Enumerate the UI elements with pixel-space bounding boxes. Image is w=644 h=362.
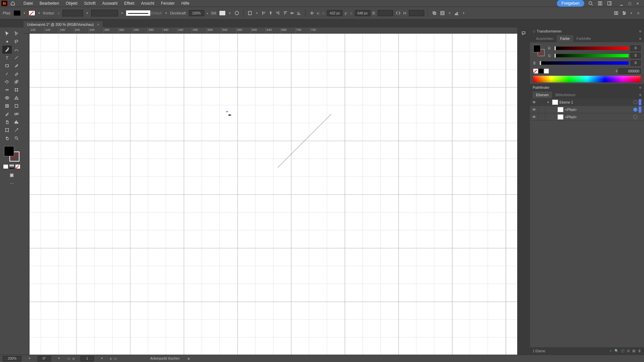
perspective-tool[interactable] <box>12 94 21 102</box>
clip-mask-icon[interactable]: ◰ <box>621 349 624 353</box>
search-layer-icon[interactable]: 🔍 <box>614 349 619 353</box>
direct-selection-tool[interactable] <box>12 29 21 38</box>
farbe-tab[interactable]: Farbe <box>557 35 573 42</box>
visibility-icon[interactable]: 👁 <box>530 99 539 106</box>
window-maximize-icon[interactable]: ▢ <box>627 1 633 6</box>
type-tool[interactable]: T <box>2 54 12 62</box>
r-input[interactable]: 0 <box>631 46 641 51</box>
layer-name[interactable]: Ebene 1 <box>559 100 632 104</box>
comments-panel-icon[interactable] <box>520 29 527 37</box>
last-artboard-icon[interactable]: ⏭ <box>114 357 117 360</box>
visibility-icon[interactable]: 👁 <box>530 106 539 113</box>
menu-effekt[interactable]: Effekt <box>121 0 137 6</box>
color-mode-color[interactable] <box>3 164 8 169</box>
menu-ansicht[interactable]: Ansicht <box>139 0 157 6</box>
width-tool[interactable] <box>2 86 12 94</box>
first-artboard-icon[interactable]: ⏮ <box>67 357 70 360</box>
panel-menu-icon[interactable]: ≡ <box>639 37 641 41</box>
width-input[interactable] <box>378 10 393 16</box>
hand-tool[interactable] <box>2 134 12 142</box>
menu-fenster[interactable]: Fenster <box>158 0 177 6</box>
kontur-width-input[interactable] <box>62 10 83 16</box>
menu-datei[interactable]: Datei <box>21 0 36 6</box>
layer-thumb[interactable] <box>557 107 564 112</box>
b-slider[interactable] <box>539 61 629 65</box>
x-input[interactable]: 432 px <box>327 10 342 16</box>
new-sublayer-icon[interactable]: ⊞ <box>627 349 630 353</box>
panel-menu-icon[interactable]: ≡ <box>639 93 641 97</box>
magic-wand-tool[interactable]: ✦ <box>2 38 12 46</box>
zoom-input[interactable]: 200% <box>3 356 21 361</box>
transform-tab[interactable]: Transformieren <box>537 29 561 33</box>
workspace-icon[interactable] <box>606 1 612 6</box>
align-bottom-icon[interactable] <box>296 10 302 16</box>
panel-menu-icon[interactable]: ≡ <box>639 85 641 89</box>
zoom-tool[interactable] <box>12 134 21 142</box>
align-right-icon[interactable] <box>274 10 280 16</box>
arrange-docs-icon[interactable] <box>597 1 603 6</box>
window-minimize-icon[interactable]: ▁ <box>619 1 625 6</box>
path-line[interactable] <box>278 114 331 168</box>
align-top-icon[interactable] <box>282 10 288 16</box>
status-play-icon[interactable]: ▶ <box>188 357 191 360</box>
hex-input[interactable] <box>619 68 641 74</box>
pathfinder-panel-header[interactable]: Pathfinder ≡ <box>530 84 644 91</box>
close-icon[interactable]: × <box>97 22 99 26</box>
lock-cell[interactable] <box>539 106 545 113</box>
var-width-input[interactable] <box>91 10 118 16</box>
g-slider[interactable] <box>554 54 629 57</box>
eyedropper-tool[interactable] <box>2 110 12 118</box>
shape-builder-tool[interactable] <box>2 94 12 102</box>
next-artboard-icon[interactable]: ▶ <box>110 357 113 360</box>
recolor-icon[interactable] <box>234 10 240 16</box>
artboard-caret-icon[interactable]: ▼ <box>100 357 104 360</box>
spectrum[interactable] <box>533 76 641 82</box>
artboard-tool[interactable] <box>2 126 12 134</box>
align-vcenter-icon[interactable] <box>289 10 295 16</box>
lasso-tool[interactable] <box>12 38 21 46</box>
transform-panel-header[interactable]: ◇ Transformieren ≡ <box>530 27 644 35</box>
visibility-icon[interactable]: 👁 <box>530 113 539 120</box>
free-transform-tool[interactable] <box>12 86 21 94</box>
opacity-input[interactable]: 100% <box>189 10 204 16</box>
r-slider[interactable] <box>554 47 629 50</box>
layer-row[interactable]: 👁 ▾ Ebene 1 <box>530 99 644 106</box>
x-stepper-icon[interactable]: ◇ <box>322 12 325 15</box>
fill-box[interactable] <box>4 146 14 156</box>
align-hcenter-icon[interactable] <box>268 10 274 16</box>
stroke-profile[interactable] <box>126 10 150 16</box>
shaper-tool[interactable] <box>2 70 12 78</box>
stroke-swatch[interactable] <box>29 10 35 16</box>
selection-tool[interactable] <box>2 29 12 38</box>
shape-mode-icon[interactable] <box>431 10 437 16</box>
align-to-icon[interactable] <box>453 10 460 16</box>
kontur-stepper-icon[interactable]: ◇ <box>57 12 60 15</box>
prefs-caret-icon[interactable]: ▼ <box>629 12 633 15</box>
rotate-input[interactable]: 0° <box>38 356 51 361</box>
share-button[interactable]: Freigeben <box>557 0 584 7</box>
rotate-caret-icon[interactable]: ▼ <box>57 357 61 360</box>
prev-artboard-icon[interactable]: ◀ <box>72 357 74 360</box>
alignto-caret-icon[interactable]: ▼ <box>462 12 466 15</box>
ruler-origin[interactable] <box>23 27 30 34</box>
white-swatch[interactable] <box>544 69 549 73</box>
mesh-tool[interactable] <box>2 102 12 110</box>
prefs-icon[interactable] <box>621 10 627 16</box>
docsetup-caret-icon[interactable]: ▼ <box>255 12 259 15</box>
search-icon[interactable] <box>588 1 594 6</box>
new-layer-icon[interactable]: ▦ <box>632 349 635 353</box>
fill-stroke-control[interactable] <box>3 145 20 162</box>
eraser-tool[interactable] <box>12 70 21 78</box>
strokestyle-caret-icon[interactable]: ▼ <box>164 12 168 15</box>
target-icon[interactable] <box>633 108 637 112</box>
line-tool[interactable] <box>12 54 21 62</box>
layer-thumb[interactable] <box>557 114 564 120</box>
doc-tab[interactable]: Unbenannt-1* @ 200 % (RGB/Vorschau) × <box>23 21 103 27</box>
lock-cell[interactable] <box>539 99 545 106</box>
panel-menu-icon[interactable]: ≡ <box>635 10 641 16</box>
layer-thumb[interactable] <box>552 100 558 105</box>
layer-name[interactable]: <Pfad> <box>565 115 632 119</box>
menu-hilfe[interactable]: Hilfe <box>179 0 192 6</box>
slice-tool[interactable] <box>12 126 21 134</box>
layer-row[interactable]: 👁 <Pfad> <box>530 113 644 121</box>
